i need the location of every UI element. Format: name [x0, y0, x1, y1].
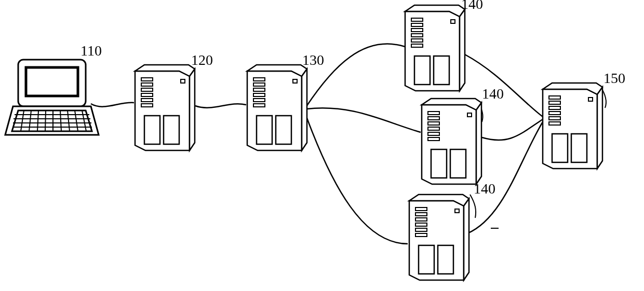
- diagram-canvas: 110 120 130 140 140 140 150: [0, 0, 644, 291]
- stray-mark: [0, 0, 644, 291]
